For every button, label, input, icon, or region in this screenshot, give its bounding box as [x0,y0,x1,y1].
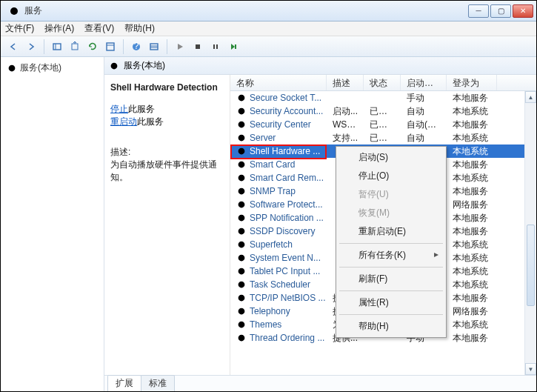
svg-point-25 [241,124,243,126]
maximize-button[interactable]: ▢ [490,4,511,18]
service-logon: 本地服务 [447,119,497,131]
svg-point-41 [241,230,243,233]
tabs-bar: 扩展 标准 [104,375,536,391]
minimize-button[interactable]: ─ [468,4,489,18]
service-name: Secure Socket T... [250,93,321,103]
nav-root-label: 服务(本地) [20,62,61,74]
restart-link[interactable]: 重启动 [110,116,137,127]
content-area: 服务(本地) 服务(本地) Shell Hardware Detection 停… [1,57,536,391]
restart-service-line: 重启动此服务 [110,116,224,128]
svg-point-43 [241,244,243,246]
cm-sep [339,290,443,291]
service-logon: 本地服务 [447,332,497,345]
start-service-button[interactable] [172,39,188,55]
forward-button[interactable] [23,39,39,55]
service-name: System Event N... [250,253,321,263]
cm-help[interactable]: 帮助(H) [338,317,444,336]
menu-help[interactable]: 帮助(H) [124,22,155,35]
service-logon: 本地服务 [447,185,497,198]
svg-point-35 [241,190,243,193]
svg-point-47 [241,270,243,273]
cm-properties[interactable]: 属性(R) [338,293,444,312]
service-logon: 本地服务 [447,225,497,238]
col-logon[interactable]: 登录为 [447,75,497,90]
service-name: Thread Ordering ... [250,333,324,343]
menu-file[interactable]: 文件(F) [5,22,34,35]
service-start-type: 自动 [401,105,447,118]
cm-stop[interactable]: 停止(O) [338,167,444,185]
gear-icon [236,173,247,183]
svg-text:?: ? [134,41,139,51]
col-desc[interactable]: 描述 [327,75,364,90]
scroll-up-button[interactable]: ▲ [525,91,536,103]
svg-point-1 [13,10,16,12]
gear-icon [236,146,247,156]
gear-icon [109,61,119,71]
scroll-thumb[interactable] [527,225,535,306]
svg-point-27 [241,137,243,139]
svg-point-21 [241,97,243,99]
svg-point-33 [241,177,243,179]
nav-root-item[interactable]: 服务(本地) [4,60,101,76]
menu-action[interactable]: 操作(A) [44,22,74,35]
properties-button[interactable] [102,39,119,55]
stop-link[interactable]: 停止 [110,104,128,114]
pause-service-button[interactable] [207,39,224,55]
gear-icon [236,199,247,210]
col-start[interactable]: 启动类型 [401,75,447,90]
show-hide-button[interactable] [49,39,65,55]
service-row[interactable]: Secure Socket T...手动本地服务 [230,91,536,104]
list-button[interactable] [146,39,162,55]
svg-point-45 [241,257,243,259]
tab-standard[interactable]: 标准 [141,375,175,391]
tab-extended[interactable]: 扩展 [107,375,141,391]
service-row[interactable]: Server支持...已启动自动本地系统 [230,131,536,144]
stop-service-button[interactable] [190,39,206,55]
cm-start[interactable]: 启动(S) [338,148,444,167]
col-name[interactable]: 名称 [230,75,327,90]
main-header: 服务(本地) [104,57,536,75]
menu-view[interactable]: 查看(V) [84,22,114,35]
gear-icon [236,253,247,263]
svg-rect-4 [72,44,78,50]
service-row[interactable]: Security Account...启动...已启动自动本地系统 [230,104,536,118]
service-name: Tablet PC Input ... [250,266,320,276]
service-logon: 本地系统 [447,319,497,331]
scroll-down-button[interactable]: ▼ [525,363,536,375]
service-logon: 本地系统 [447,239,497,251]
service-logon: 本地系统 [447,265,497,278]
service-row[interactable]: Security CenterWSC...已启动自动(延迟...本地服务 [230,118,536,131]
cm-all-tasks[interactable]: 所有任务(K) [338,246,444,265]
svg-rect-12 [196,44,200,49]
service-logon: 本地系统 [447,105,497,118]
cm-refresh[interactable]: 刷新(F) [338,270,444,288]
svg-point-55 [241,324,243,326]
back-button[interactable] [5,39,21,55]
scrollbar-vertical[interactable]: ▲ ▼ [524,91,536,375]
service-name: Telephony [250,306,290,316]
cm-restart[interactable]: 重新启动(E) [338,222,444,241]
restart-service-button[interactable] [225,39,241,55]
close-button[interactable]: ✕ [513,4,533,18]
gear-icon [236,119,247,130]
service-status: 已启动 [364,105,401,118]
toolbar-sep [167,39,167,54]
refresh-button[interactable] [84,39,101,55]
service-logon: 本地系统 [447,132,497,144]
col-status[interactable]: 状态 [364,75,401,90]
service-name: Security Account... [250,106,323,116]
svg-rect-13 [213,44,215,49]
service-status: 已启动 [364,132,401,144]
toolbar: ? [1,36,536,57]
main-pane: 服务(本地) Shell Hardware Detection 停止此服务 重启… [104,57,536,391]
svg-point-49 [241,284,243,286]
toolbar-sep [123,39,124,54]
gear-icon [236,159,247,170]
service-logon: 网络服务 [447,305,497,318]
service-status: 已启动 [364,119,401,131]
detail-pane: Shell Hardware Detection 停止此服务 重启动此服务 描述… [104,75,230,375]
service-name: Server [250,133,276,143]
export-button[interactable] [67,39,83,55]
gear-icon [236,213,247,223]
help-button[interactable]: ? [128,39,144,55]
